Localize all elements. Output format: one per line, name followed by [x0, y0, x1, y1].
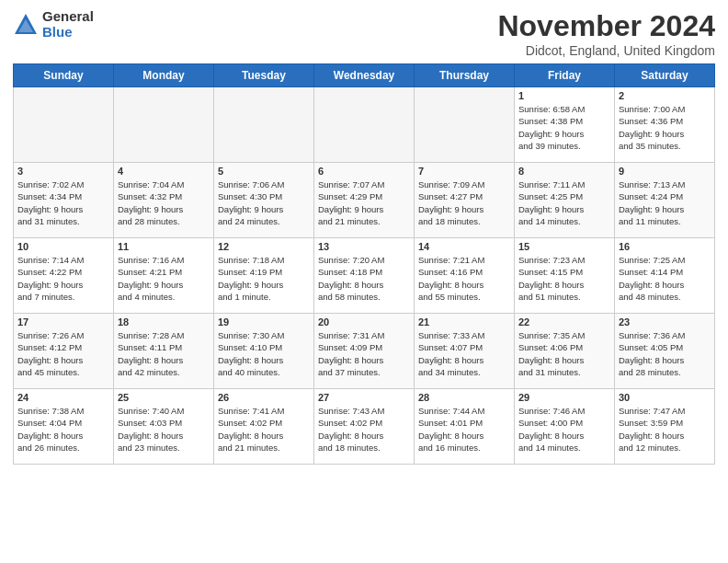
- day-cell: [214, 87, 314, 163]
- day-info: Sunrise: 7:00 AM Sunset: 4:36 PM Dayligh…: [619, 103, 711, 152]
- week-row-3: 17Sunrise: 7:26 AM Sunset: 4:12 PM Dayli…: [14, 314, 715, 389]
- week-row-2: 10Sunrise: 7:14 AM Sunset: 4:22 PM Dayli…: [14, 238, 715, 314]
- day-number: 13: [318, 241, 410, 252]
- day-info: Sunrise: 7:16 AM Sunset: 4:21 PM Dayligh…: [118, 254, 210, 303]
- day-number: 24: [17, 392, 109, 403]
- day-cell: 20Sunrise: 7:31 AM Sunset: 4:09 PM Dayli…: [314, 314, 415, 389]
- day-number: 8: [518, 166, 610, 177]
- day-info: Sunrise: 7:21 AM Sunset: 4:16 PM Dayligh…: [418, 254, 510, 303]
- day-cell: 25Sunrise: 7:40 AM Sunset: 4:03 PM Dayli…: [114, 389, 214, 465]
- day-cell: 2Sunrise: 7:00 AM Sunset: 4:36 PM Daylig…: [615, 87, 715, 163]
- day-info: Sunrise: 7:11 AM Sunset: 4:25 PM Dayligh…: [518, 178, 610, 227]
- day-info: Sunrise: 7:06 AM Sunset: 4:30 PM Dayligh…: [218, 178, 310, 227]
- day-number: 12: [218, 241, 310, 252]
- day-cell: 30Sunrise: 7:47 AM Sunset: 3:59 PM Dayli…: [615, 389, 715, 465]
- day-number: 14: [418, 241, 510, 252]
- title-block: November 2024 Didcot, England, United Ki…: [497, 9, 715, 58]
- month-title: November 2024: [497, 9, 715, 43]
- day-number: 11: [118, 241, 210, 252]
- header-cell-tuesday: Tuesday: [214, 64, 314, 87]
- header-cell-monday: Monday: [114, 64, 214, 87]
- day-number: 28: [418, 392, 510, 403]
- day-cell: 17Sunrise: 7:26 AM Sunset: 4:12 PM Dayli…: [14, 314, 114, 389]
- day-cell: 13Sunrise: 7:20 AM Sunset: 4:18 PM Dayli…: [314, 238, 415, 314]
- day-cell: 4Sunrise: 7:04 AM Sunset: 4:32 PM Daylig…: [114, 163, 214, 238]
- day-info: Sunrise: 7:14 AM Sunset: 4:22 PM Dayligh…: [17, 254, 109, 303]
- calendar-body: 1Sunrise: 6:58 AM Sunset: 4:38 PM Daylig…: [14, 87, 715, 465]
- day-cell: 12Sunrise: 7:18 AM Sunset: 4:19 PM Dayli…: [214, 238, 314, 314]
- week-row-1: 3Sunrise: 7:02 AM Sunset: 4:34 PM Daylig…: [14, 163, 715, 238]
- day-number: 1: [518, 90, 610, 101]
- day-number: 18: [118, 316, 210, 327]
- day-info: Sunrise: 7:46 AM Sunset: 4:00 PM Dayligh…: [518, 405, 610, 454]
- day-cell: 15Sunrise: 7:23 AM Sunset: 4:15 PM Dayli…: [515, 238, 615, 314]
- calendar-container: General Blue November 2024 Didcot, Engla…: [0, 0, 728, 563]
- logo-text: General Blue: [42, 9, 94, 40]
- header-cell-saturday: Saturday: [615, 64, 715, 87]
- day-number: 29: [518, 392, 610, 403]
- logo-general: General: [42, 9, 94, 25]
- day-info: Sunrise: 6:58 AM Sunset: 4:38 PM Dayligh…: [518, 103, 610, 152]
- day-info: Sunrise: 7:23 AM Sunset: 4:15 PM Dayligh…: [518, 254, 610, 303]
- day-cell: 27Sunrise: 7:43 AM Sunset: 4:02 PM Dayli…: [314, 389, 415, 465]
- day-cell: 5Sunrise: 7:06 AM Sunset: 4:30 PM Daylig…: [214, 163, 314, 238]
- week-row-4: 24Sunrise: 7:38 AM Sunset: 4:04 PM Dayli…: [14, 389, 715, 465]
- day-number: 10: [17, 241, 109, 252]
- day-cell: 29Sunrise: 7:46 AM Sunset: 4:00 PM Dayli…: [515, 389, 615, 465]
- day-info: Sunrise: 7:07 AM Sunset: 4:29 PM Dayligh…: [318, 178, 410, 227]
- header-cell-friday: Friday: [515, 64, 615, 87]
- day-info: Sunrise: 7:36 AM Sunset: 4:05 PM Dayligh…: [619, 329, 711, 378]
- day-number: 6: [318, 166, 410, 177]
- calendar-table: SundayMondayTuesdayWednesdayThursdayFrid…: [13, 63, 715, 465]
- day-cell: 8Sunrise: 7:11 AM Sunset: 4:25 PM Daylig…: [515, 163, 615, 238]
- day-cell: 14Sunrise: 7:21 AM Sunset: 4:16 PM Dayli…: [415, 238, 515, 314]
- location: Didcot, England, United Kingdom: [497, 43, 715, 58]
- day-info: Sunrise: 7:43 AM Sunset: 4:02 PM Dayligh…: [318, 405, 410, 454]
- day-number: 2: [619, 90, 711, 101]
- day-info: Sunrise: 7:18 AM Sunset: 4:19 PM Dayligh…: [218, 254, 310, 303]
- day-cell: 10Sunrise: 7:14 AM Sunset: 4:22 PM Dayli…: [14, 238, 114, 314]
- day-info: Sunrise: 7:40 AM Sunset: 4:03 PM Dayligh…: [118, 405, 210, 454]
- day-cell: 22Sunrise: 7:35 AM Sunset: 4:06 PM Dayli…: [515, 314, 615, 389]
- day-number: 20: [318, 316, 410, 327]
- day-info: Sunrise: 7:41 AM Sunset: 4:02 PM Dayligh…: [218, 405, 310, 454]
- day-cell: [415, 87, 515, 163]
- day-cell: 16Sunrise: 7:25 AM Sunset: 4:14 PM Dayli…: [615, 238, 715, 314]
- day-info: Sunrise: 7:35 AM Sunset: 4:06 PM Dayligh…: [518, 329, 610, 378]
- day-number: 21: [418, 316, 510, 327]
- day-cell: [114, 87, 214, 163]
- day-info: Sunrise: 7:47 AM Sunset: 3:59 PM Dayligh…: [619, 405, 711, 454]
- day-number: 27: [318, 392, 410, 403]
- day-cell: 19Sunrise: 7:30 AM Sunset: 4:10 PM Dayli…: [214, 314, 314, 389]
- day-cell: 18Sunrise: 7:28 AM Sunset: 4:11 PM Dayli…: [114, 314, 214, 389]
- day-info: Sunrise: 7:28 AM Sunset: 4:11 PM Dayligh…: [118, 329, 210, 378]
- day-cell: 9Sunrise: 7:13 AM Sunset: 4:24 PM Daylig…: [615, 163, 715, 238]
- day-number: 25: [118, 392, 210, 403]
- header-cell-wednesday: Wednesday: [314, 64, 415, 87]
- day-info: Sunrise: 7:26 AM Sunset: 4:12 PM Dayligh…: [17, 329, 109, 378]
- day-info: Sunrise: 7:02 AM Sunset: 4:34 PM Dayligh…: [17, 178, 109, 227]
- day-cell: 24Sunrise: 7:38 AM Sunset: 4:04 PM Dayli…: [14, 389, 114, 465]
- day-info: Sunrise: 7:13 AM Sunset: 4:24 PM Dayligh…: [619, 178, 711, 227]
- day-info: Sunrise: 7:20 AM Sunset: 4:18 PM Dayligh…: [318, 254, 410, 303]
- day-cell: [14, 87, 114, 163]
- day-cell: 26Sunrise: 7:41 AM Sunset: 4:02 PM Dayli…: [214, 389, 314, 465]
- day-cell: 23Sunrise: 7:36 AM Sunset: 4:05 PM Dayli…: [615, 314, 715, 389]
- day-number: 5: [218, 166, 310, 177]
- day-info: Sunrise: 7:25 AM Sunset: 4:14 PM Dayligh…: [619, 254, 711, 303]
- day-cell: 11Sunrise: 7:16 AM Sunset: 4:21 PM Dayli…: [114, 238, 214, 314]
- day-cell: 21Sunrise: 7:33 AM Sunset: 4:07 PM Dayli…: [415, 314, 515, 389]
- day-info: Sunrise: 7:31 AM Sunset: 4:09 PM Dayligh…: [318, 329, 410, 378]
- day-cell: 28Sunrise: 7:44 AM Sunset: 4:01 PM Dayli…: [415, 389, 515, 465]
- day-info: Sunrise: 7:09 AM Sunset: 4:27 PM Dayligh…: [418, 178, 510, 227]
- day-number: 9: [619, 166, 711, 177]
- day-number: 4: [118, 166, 210, 177]
- day-number: 16: [619, 241, 711, 252]
- logo-blue: Blue: [42, 25, 94, 40]
- day-number: 30: [619, 392, 711, 403]
- day-number: 26: [218, 392, 310, 403]
- calendar-header: SundayMondayTuesdayWednesdayThursdayFrid…: [14, 64, 715, 87]
- day-number: 7: [418, 166, 510, 177]
- day-cell: 1Sunrise: 6:58 AM Sunset: 4:38 PM Daylig…: [515, 87, 615, 163]
- day-number: 17: [17, 316, 109, 327]
